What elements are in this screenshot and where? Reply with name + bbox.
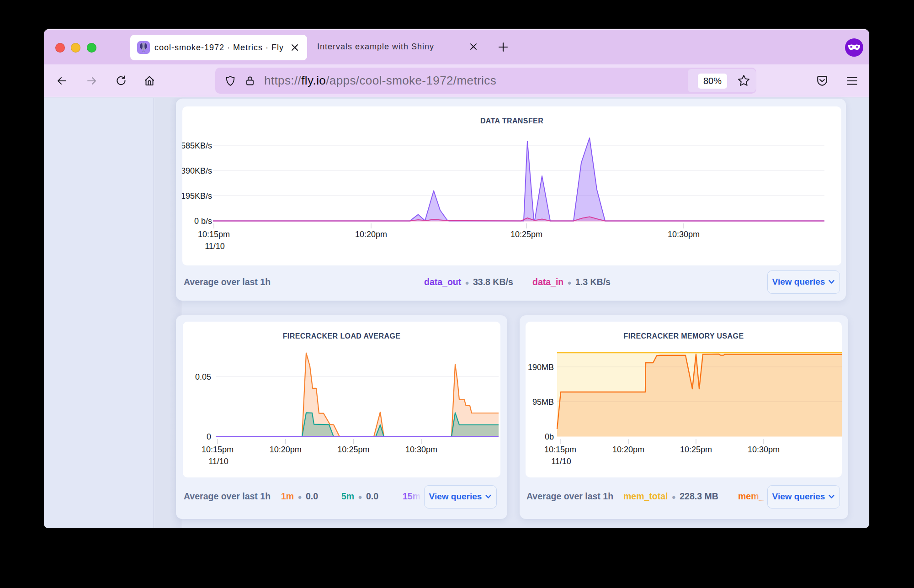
svg-text:11/10: 11/10 [551, 457, 571, 466]
svg-text:10:20pm: 10:20pm [355, 230, 387, 239]
svg-text:11/10: 11/10 [208, 457, 228, 466]
svg-text:95MB: 95MB [532, 397, 554, 407]
svg-text:195KB/s: 195KB/s [182, 191, 212, 201]
svg-text:10:20pm: 10:20pm [270, 445, 302, 454]
svg-text:10:20pm: 10:20pm [612, 445, 644, 454]
svg-text:0b: 0b [545, 432, 554, 441]
svg-text:390KB/s: 390KB/s [182, 166, 212, 175]
svg-text:10:15pm: 10:15pm [544, 445, 576, 454]
svg-text:10:25pm: 10:25pm [680, 445, 712, 454]
svg-text:10:30pm: 10:30pm [668, 230, 700, 239]
svg-text:585KB/s: 585KB/s [182, 141, 212, 150]
svg-text:10:30pm: 10:30pm [748, 445, 780, 454]
svg-text:10:25pm: 10:25pm [337, 445, 369, 454]
svg-text:0: 0 [207, 432, 211, 441]
svg-text:10:30pm: 10:30pm [405, 445, 437, 454]
svg-text:0.05: 0.05 [195, 372, 211, 381]
svg-text:190MB: 190MB [528, 363, 554, 372]
svg-text:10:25pm: 10:25pm [510, 230, 542, 239]
svg-text:0 b/s: 0 b/s [194, 217, 212, 226]
svg-text:10:15pm: 10:15pm [202, 445, 234, 454]
svg-text:11/10: 11/10 [205, 242, 225, 251]
svg-text:10:15pm: 10:15pm [198, 230, 230, 239]
